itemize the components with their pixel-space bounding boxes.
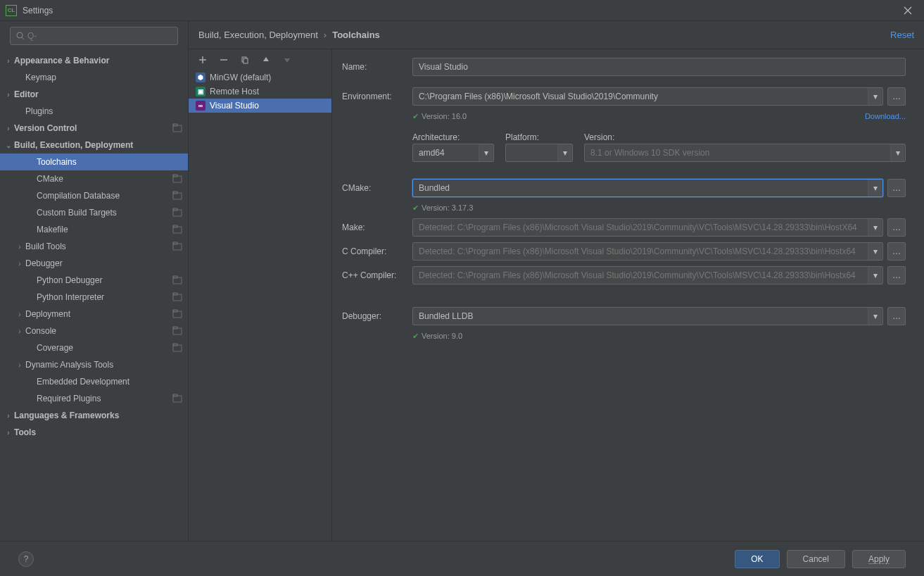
project-scope-icon <box>172 242 182 251</box>
debugger-combo[interactable]: Bundled LLDB ▾ <box>412 307 883 325</box>
ok-button[interactable]: OK <box>735 550 779 568</box>
move-down-button[interactable] <box>281 54 293 65</box>
mingw-icon: ⬢ <box>196 73 205 82</box>
cmake-browse-button[interactable]: … <box>887 179 906 197</box>
cmake-version: Version: 3.17.3 <box>422 204 473 212</box>
architecture-combo[interactable]: amd64 ▾ <box>412 144 494 162</box>
vs-icon: ∞ <box>196 101 205 111</box>
sidebar-item-deployment[interactable]: ›Deployment <box>0 306 188 323</box>
help-button[interactable]: ? <box>18 551 34 567</box>
sidebar-item-custom-build-targets[interactable]: Custom Build Targets <box>0 204 188 221</box>
make-browse-button[interactable]: … <box>887 218 906 237</box>
make-label: Make: <box>342 223 412 232</box>
cppcompiler-browse-button[interactable]: … <box>887 266 906 284</box>
cancel-button[interactable]: Cancel <box>787 550 845 568</box>
sidebar-item-compilation-database[interactable]: Compilation Database <box>0 187 188 204</box>
architecture-label: Architecture: <box>412 132 505 142</box>
settings-sidebar: Q- ›Appearance & BehaviorKeymap›EditorPl… <box>0 21 189 541</box>
close-button[interactable] <box>897 0 918 21</box>
chevron-down-icon[interactable]: ▾ <box>479 144 493 161</box>
chevron-right-icon: › <box>14 361 25 369</box>
toolchain-form: Name: Visual Studio Environment: C:\Prog… <box>332 49 924 541</box>
move-up-button[interactable] <box>260 54 272 65</box>
project-scope-icon <box>172 292 182 302</box>
chevron-down-icon[interactable]: ▾ <box>868 219 882 236</box>
remove-toolchain-button[interactable] <box>218 54 229 65</box>
sidebar-item-label: Embedded Development <box>37 377 182 387</box>
toolchain-item-label: Visual Studio <box>210 101 259 111</box>
sidebar-item-label: Python Debugger <box>37 275 170 285</box>
reset-link[interactable]: Reset <box>890 30 914 40</box>
version-sdk-combo[interactable]: 8.1 or Windows 10 SDK version ▾ <box>584 144 906 162</box>
sidebar-item-label: Console <box>25 326 170 336</box>
sidebar-item-console[interactable]: ›Console <box>0 323 188 339</box>
breadcrumb-parent[interactable]: Build, Execution, Deployment <box>198 30 318 40</box>
sidebar-item-coverage[interactable]: Coverage <box>0 339 188 356</box>
sidebar-item-keymap[interactable]: Keymap <box>0 69 188 86</box>
ccompiler-browse-button[interactable]: … <box>887 242 906 261</box>
chevron-right-icon: › <box>324 30 327 40</box>
sidebar-item-label: Editor <box>14 89 182 99</box>
debugger-browse-button[interactable]: … <box>887 307 906 325</box>
check-icon: ✔ <box>412 332 419 341</box>
toolchain-item-mingw-default-[interactable]: ⬢MinGW (default) <box>189 70 331 84</box>
platform-combo[interactable]: ▾ <box>505 144 573 162</box>
name-input[interactable]: Visual Studio <box>412 58 906 76</box>
sidebar-item-build-tools[interactable]: ›Build Tools <box>0 238 188 255</box>
debugger-version: Version: 9.0 <box>422 332 462 340</box>
sidebar-item-build-execution-deployment[interactable]: ⌄Build, Execution, Deployment <box>0 137 188 154</box>
chevron-down-icon[interactable]: ▾ <box>868 243 882 260</box>
sidebar-item-dynamic-analysis-tools[interactable]: ›Dynamic Analysis Tools <box>0 356 188 373</box>
sidebar-item-toolchains[interactable]: Toolchains <box>0 154 188 170</box>
add-toolchain-button[interactable] <box>197 54 208 65</box>
chevron-down-icon: ⌄ <box>3 142 14 149</box>
project-scope-icon <box>172 191 182 201</box>
apply-button[interactable]: Apply <box>852 550 906 568</box>
toolchain-item-label: Remote Host <box>210 87 259 96</box>
project-scope-icon <box>172 309 182 319</box>
environment-combo[interactable]: C:\Program Files (x86)\Microsoft Visual … <box>412 87 883 106</box>
sidebar-item-label: Build Tools <box>25 242 170 251</box>
cmake-combo[interactable]: Bundled ▾ <box>412 179 883 197</box>
project-scope-icon <box>172 225 182 234</box>
sidebar-item-tools[interactable]: ›Tools <box>0 424 188 441</box>
sidebar-item-version-control[interactable]: ›Version Control <box>0 120 188 137</box>
download-link[interactable]: Download... <box>865 112 906 120</box>
sidebar-item-python-interpreter[interactable]: Python Interpreter <box>0 289 188 306</box>
sidebar-item-label: Compilation Database <box>37 191 170 201</box>
sidebar-item-debugger[interactable]: ›Debugger <box>0 255 188 272</box>
search-input[interactable]: Q- <box>10 27 178 45</box>
chevron-right-icon: › <box>3 57 14 65</box>
sidebar-item-languages-frameworks[interactable]: ›Languages & Frameworks <box>0 407 188 424</box>
sidebar-item-python-debugger[interactable]: Python Debugger <box>0 272 188 289</box>
sidebar-item-cmake[interactable]: CMake <box>0 170 188 187</box>
sidebar-item-label: Debugger <box>25 258 182 268</box>
sidebar-item-required-plugins[interactable]: Required Plugins <box>0 390 188 407</box>
ccompiler-label: C Compiler: <box>342 246 412 256</box>
sidebar-item-makefile[interactable]: Makefile <box>0 221 188 238</box>
sidebar-item-plugins[interactable]: Plugins <box>0 103 188 120</box>
chevron-down-icon[interactable]: ▾ <box>868 308 882 325</box>
sidebar-item-editor[interactable]: ›Editor <box>0 86 188 103</box>
environment-browse-button[interactable]: … <box>887 87 906 106</box>
cppcompiler-combo[interactable]: Detected: C:\Program Files (x86)\Microso… <box>412 266 883 284</box>
sidebar-item-label: Plugins <box>25 106 182 116</box>
project-scope-icon <box>172 394 182 403</box>
chevron-right-icon: › <box>14 311 25 318</box>
debugger-label: Debugger: <box>342 311 412 321</box>
project-scope-icon <box>172 208 182 218</box>
sidebar-item-appearance-behavior[interactable]: ›Appearance & Behavior <box>0 52 188 69</box>
chevron-down-icon[interactable]: ▾ <box>868 88 882 105</box>
toolchain-item-remote-host[interactable]: ▣Remote Host <box>189 84 331 99</box>
chevron-down-icon[interactable]: ▾ <box>557 144 571 161</box>
toolchain-toolbar <box>189 49 331 70</box>
chevron-down-icon[interactable]: ▾ <box>868 180 882 196</box>
ccompiler-combo[interactable]: Detected: C:\Program Files (x86)\Microso… <box>412 242 883 261</box>
toolchain-item-visual-studio[interactable]: ∞Visual Studio <box>189 99 331 113</box>
environment-label: Environment: <box>342 92 412 101</box>
make-combo[interactable]: Detected: C:\Program Files (x86)\Microso… <box>412 218 883 237</box>
copy-toolchain-button[interactable] <box>239 54 251 65</box>
chevron-down-icon[interactable]: ▾ <box>890 144 904 161</box>
chevron-down-icon[interactable]: ▾ <box>868 267 882 284</box>
sidebar-item-embedded-development[interactable]: Embedded Development <box>0 373 188 390</box>
